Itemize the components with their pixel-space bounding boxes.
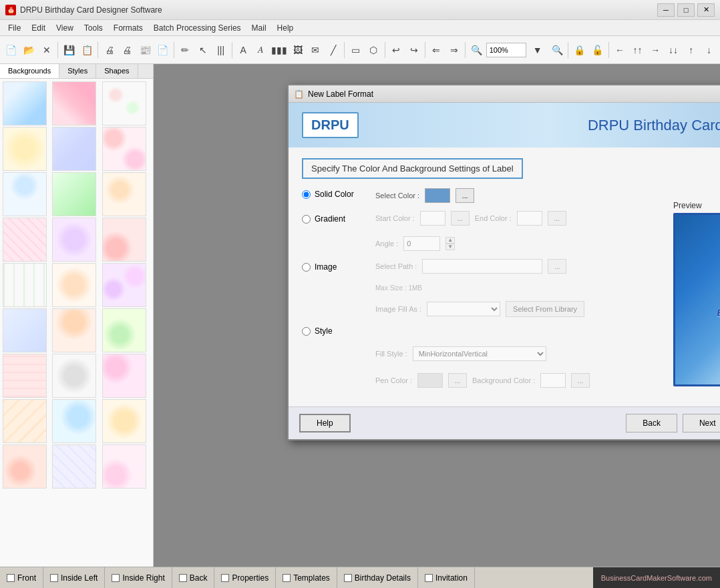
toolbar-image2[interactable]: 🖼 xyxy=(289,40,306,60)
bg-thumb-10[interactable] xyxy=(3,218,47,262)
toolbar-arrow-up2[interactable]: ↑ xyxy=(683,40,699,60)
end-color-ellipsis[interactable]: ... xyxy=(548,211,566,226)
bg-thumb-8[interactable] xyxy=(52,172,96,216)
solid-color-radio[interactable] xyxy=(302,190,311,199)
bg-thumb-1[interactable] xyxy=(3,81,47,125)
fill-style-select[interactable]: MinHorizontalVertical xyxy=(413,346,546,361)
angle-up-btn[interactable]: ▲ xyxy=(445,237,455,244)
toolbar-right-nav[interactable]: ⇒ xyxy=(446,40,463,60)
zoom-dropdown-btn[interactable]: ▼ xyxy=(528,40,548,60)
toolbar-arrow-left[interactable]: ← xyxy=(612,40,628,60)
toolbar-print2[interactable]: 📰 xyxy=(137,40,154,60)
toolbar-select[interactable]: ↖ xyxy=(195,40,212,60)
menu-mail[interactable]: Mail xyxy=(246,22,272,34)
angle-down-btn[interactable]: ▼ xyxy=(445,244,455,250)
toolbar-arrow-up[interactable]: ↑↑ xyxy=(629,40,646,60)
toolbar-font[interactable]: A xyxy=(235,40,252,60)
inside-right-checkbox[interactable] xyxy=(112,574,120,582)
toolbar-rect[interactable]: ▭ xyxy=(347,40,364,60)
menu-edit[interactable]: Edit xyxy=(26,22,51,34)
toolbar-left[interactable]: ⇐ xyxy=(428,40,445,60)
bg-thumb-27[interactable] xyxy=(102,445,146,489)
toolbar-save[interactable]: 💾 xyxy=(61,40,77,60)
next-button[interactable]: Next xyxy=(683,414,720,432)
properties-checkbox[interactable] xyxy=(221,574,229,582)
toolbar-shapes[interactable]: ⬡ xyxy=(365,40,382,60)
toolbar-saveas[interactable]: 📋 xyxy=(79,40,96,60)
toolbar-zoom-out[interactable]: 🔍 xyxy=(468,40,485,60)
pen-color-swatch[interactable] xyxy=(417,373,443,388)
menu-batch[interactable]: Batch Processing Series xyxy=(148,22,246,34)
status-inside-right[interactable]: Inside Right xyxy=(105,567,172,588)
bg-thumb-25[interactable] xyxy=(3,445,47,489)
toolbar-redo[interactable]: ↪ xyxy=(405,40,422,60)
menu-file[interactable]: File xyxy=(3,22,26,34)
toolbar-barcode[interactable]: ▮▮▮ xyxy=(271,40,288,60)
bg-thumb-5[interactable] xyxy=(52,127,96,171)
status-invitation[interactable]: Invitation xyxy=(418,567,475,588)
bg-thumb-2[interactable] xyxy=(52,81,96,125)
style-radio[interactable] xyxy=(302,327,311,336)
menu-formats[interactable]: Formats xyxy=(108,22,148,34)
bg-thumb-12[interactable] xyxy=(102,218,146,262)
bg-thumb-14[interactable] xyxy=(52,263,96,307)
bg-thumb-26[interactable] xyxy=(52,445,96,489)
end-color-swatch[interactable] xyxy=(517,211,542,226)
bg-thumb-9[interactable] xyxy=(102,172,146,216)
bg-thumb-15[interactable] xyxy=(102,263,146,307)
image-path-input[interactable] xyxy=(422,259,542,274)
zoom-input[interactable] xyxy=(486,43,526,57)
bg-thumb-4[interactable] xyxy=(3,127,47,171)
bg-thumb-11[interactable] xyxy=(52,218,96,262)
bg-thumb-3[interactable] xyxy=(102,81,146,125)
image-radio[interactable] xyxy=(302,263,311,272)
solid-color-ellipsis[interactable]: ... xyxy=(456,188,474,203)
angle-input[interactable] xyxy=(403,236,440,251)
tab-styles[interactable]: Styles xyxy=(59,64,96,78)
toolbar-close[interactable]: ✕ xyxy=(38,40,55,60)
tab-backgrounds[interactable]: Backgrounds xyxy=(0,64,59,78)
bg-thumb-18[interactable] xyxy=(102,308,146,352)
image-ellipsis[interactable]: ... xyxy=(548,259,566,274)
bg-thumb-6[interactable] xyxy=(102,127,146,171)
toolbar-zoom-in[interactable]: 🔍 xyxy=(549,40,566,60)
toolbar-lock2[interactable]: 🔓 xyxy=(589,40,606,60)
start-color-ellipsis[interactable]: ... xyxy=(451,211,470,226)
tab-shapes[interactable]: Shapes xyxy=(96,64,138,78)
solid-color-swatch[interactable] xyxy=(425,188,450,203)
toolbar-text[interactable]: ||| xyxy=(212,40,229,60)
image-fill-select[interactable] xyxy=(427,302,500,316)
menu-tools[interactable]: Tools xyxy=(79,22,108,34)
bg-thumb-7[interactable] xyxy=(3,172,47,216)
toolbar-new[interactable]: 📄 xyxy=(3,40,19,60)
status-templates[interactable]: Templates xyxy=(276,567,337,588)
toolbar-arrow-right[interactable]: → xyxy=(647,40,664,60)
toolbar-arrow-down2[interactable]: ↓ xyxy=(701,40,717,60)
select-from-library-button[interactable]: Select From Library xyxy=(506,301,584,317)
bg-thumb-22[interactable] xyxy=(3,399,47,443)
menu-view[interactable]: View xyxy=(51,22,79,34)
status-birthday-details[interactable]: Birthday Details xyxy=(337,567,418,588)
status-inside-left[interactable]: Inside Left xyxy=(43,567,105,588)
start-color-swatch[interactable] xyxy=(420,211,445,226)
bg-thumb-16[interactable] xyxy=(3,308,47,352)
bg-thumb-24[interactable] xyxy=(102,399,146,443)
toolbar-print3[interactable]: 📄 xyxy=(154,40,171,60)
menu-help[interactable]: Help xyxy=(272,22,299,34)
toolbar-open[interactable]: 📂 xyxy=(21,40,37,60)
bg-color-swatch[interactable] xyxy=(540,373,566,388)
toolbar-italic[interactable]: 𝐴 xyxy=(253,40,270,60)
help-button[interactable]: Help xyxy=(299,414,351,432)
bg-thumb-19[interactable] xyxy=(3,354,47,398)
bg-thumb-13[interactable] xyxy=(3,263,47,307)
bg-color-ellipsis[interactable]: ... xyxy=(571,373,590,388)
pen-color-ellipsis[interactable]: ... xyxy=(448,373,467,388)
status-properties[interactable]: Properties xyxy=(214,567,276,588)
birthday-details-checkbox[interactable] xyxy=(344,574,352,582)
toolbar-print-preview[interactable]: 🖨 xyxy=(101,40,118,60)
toolbar-lock[interactable]: 🔒 xyxy=(571,40,588,60)
toolbar-pencil[interactable]: ✏ xyxy=(177,40,194,60)
bg-thumb-21[interactable] xyxy=(102,354,146,398)
invitation-checkbox[interactable] xyxy=(425,574,433,582)
toolbar-undo[interactable]: ↩ xyxy=(388,40,405,60)
